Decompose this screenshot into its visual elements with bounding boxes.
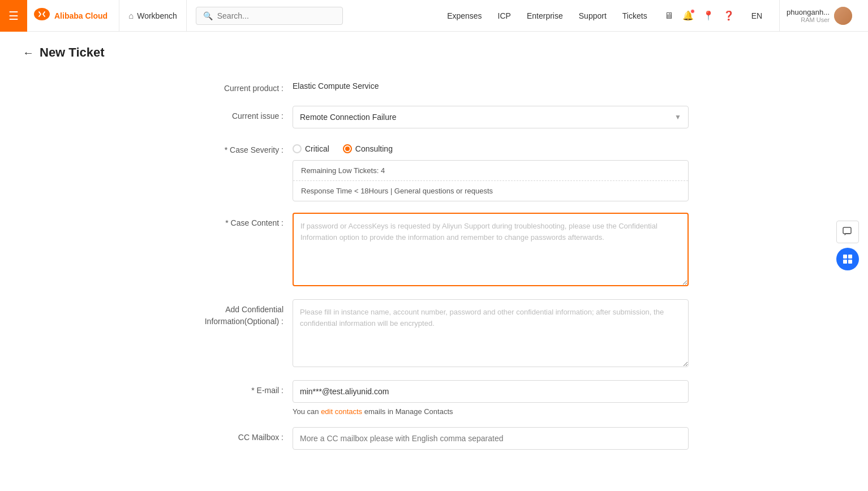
main-content: ← New Ticket Current product : Elastic C… [0, 32, 868, 491]
current-issue-select[interactable]: Remote Connection Failure ▼ [293, 106, 689, 128]
edit-contacts-suffix: emails in Manage Contacts [362, 407, 453, 416]
home-icon: ⌂ [128, 11, 134, 20]
icp-link[interactable]: ICP [490, 0, 519, 32]
nav-icons: 🖥 🔔 📍 ❓ EN [655, 0, 779, 32]
new-ticket-form: Current product : Elastic Compute Servic… [179, 78, 689, 450]
workbench-label: Workbench [137, 11, 177, 20]
top-navigation: ☰ Alibaba Cloud ⌂ Workbench 🔍 Expenses I… [0, 0, 868, 32]
nav-links: Expenses ICP Enterprise Support Tickets [439, 0, 655, 32]
current-issue-selected-value: Remote Connection Failure [300, 113, 396, 122]
language-selector[interactable]: EN [744, 0, 770, 32]
email-label: * E-mail : [179, 380, 293, 397]
avatar [834, 7, 852, 25]
user-info: phuonganh... RAM User [787, 8, 830, 23]
case-severity-label: * Case Severity : [179, 140, 293, 156]
case-severity-field: Critical Consulting Remaining Low Ticket… [293, 140, 689, 201]
severity-info-box: Remaining Low Tickets: 4 Response Time <… [293, 160, 689, 201]
case-content-label: * Case Content : [179, 213, 293, 229]
chat-icon [843, 227, 853, 237]
email-row: * E-mail : You can edit contacts emails … [179, 380, 689, 416]
current-product-field: Elastic Compute Service [293, 78, 689, 94]
expenses-link[interactable]: Expenses [439, 0, 489, 32]
back-button[interactable]: ← [23, 46, 34, 59]
support-link[interactable]: Support [571, 0, 615, 32]
tickets-link[interactable]: Tickets [615, 0, 655, 32]
case-severity-row: * Case Severity : Critical Consulting Re… [179, 140, 689, 201]
user-name: phuonganh... [787, 8, 830, 16]
remaining-tickets-info: Remaining Low Tickets: 4 [293, 161, 688, 180]
cc-mailbox-input[interactable] [293, 427, 689, 450]
edit-contacts-prefix: You can [293, 407, 321, 416]
current-issue-label: Current issue : [179, 106, 293, 122]
chevron-down-icon: ▼ [674, 113, 681, 121]
hamburger-menu-button[interactable]: ☰ [0, 0, 27, 32]
severity-critical-option[interactable]: Critical [293, 144, 329, 153]
current-issue-field[interactable]: Remote Connection Failure ▼ [293, 106, 689, 128]
case-content-field [293, 213, 689, 288]
current-issue-row: Current issue : Remote Connection Failur… [179, 106, 689, 128]
confidential-row: Add Confidential Information(Optional) : [179, 299, 689, 369]
search-box[interactable]: 🔍 [196, 7, 343, 25]
cc-mailbox-label: CC Mailbox : [179, 427, 293, 443]
current-product-row: Current product : Elastic Compute Servic… [179, 78, 689, 94]
svg-rect-4 [848, 260, 852, 264]
alibaba-cloud-text: Alibaba Cloud [54, 11, 108, 20]
confidential-field [293, 299, 689, 369]
workbench-button[interactable]: ⌂ Workbench [119, 0, 187, 31]
screen-icon-button[interactable]: 🖥 [664, 11, 673, 21]
email-field-container: You can edit contacts emails in Manage C… [293, 380, 689, 416]
severity-radio-group: Critical Consulting [293, 140, 689, 153]
cc-mailbox-row: CC Mailbox : [179, 427, 689, 450]
current-product-label: Current product : [179, 78, 293, 94]
severity-consulting-label: Consulting [355, 144, 393, 153]
severity-consulting-radio[interactable] [343, 144, 352, 153]
user-role: RAM User [787, 16, 830, 23]
notification-badge [690, 9, 695, 14]
email-input[interactable] [293, 380, 689, 403]
user-area[interactable]: phuonganh... RAM User [779, 0, 859, 31]
severity-critical-radio[interactable] [293, 144, 302, 153]
svg-rect-0 [843, 227, 851, 234]
case-content-row: * Case Content : [179, 213, 689, 288]
help-icon-button[interactable]: ❓ [723, 10, 734, 21]
severity-consulting-option[interactable]: Consulting [343, 144, 393, 153]
manage-contacts-text: You can edit contacts emails in Manage C… [293, 407, 689, 416]
enterprise-link[interactable]: Enterprise [519, 0, 571, 32]
cc-mailbox-field [293, 427, 689, 450]
hamburger-icon: ☰ [8, 10, 19, 21]
page-title-row: ← New Ticket [23, 45, 845, 60]
edit-contacts-link[interactable]: edit contacts [321, 407, 362, 416]
avatar-image [834, 7, 852, 25]
chat-float-button[interactable] [836, 221, 859, 243]
grid-icon [843, 254, 853, 264]
confidential-textarea[interactable] [293, 299, 689, 367]
svg-rect-3 [843, 260, 847, 264]
logo-area: Alibaba Cloud [27, 0, 119, 31]
floating-buttons [836, 221, 859, 270]
page-title: New Ticket [40, 45, 105, 60]
search-input[interactable] [217, 11, 336, 20]
current-product-value: Elastic Compute Service [293, 78, 689, 94]
notification-button[interactable]: 🔔 [682, 10, 694, 21]
response-time-info: Response Time < 18Hours | General questi… [293, 180, 688, 201]
alibaba-logo-icon [34, 8, 50, 23]
svg-rect-1 [843, 255, 847, 259]
svg-rect-2 [848, 255, 852, 259]
confidential-label: Add Confidential Information(Optional) : [179, 299, 293, 328]
case-content-textarea[interactable] [293, 213, 689, 286]
location-icon-button[interactable]: 📍 [703, 10, 714, 21]
grid-float-button[interactable] [836, 248, 859, 270]
search-icon: 🔍 [203, 11, 213, 20]
severity-critical-label: Critical [305, 144, 329, 153]
